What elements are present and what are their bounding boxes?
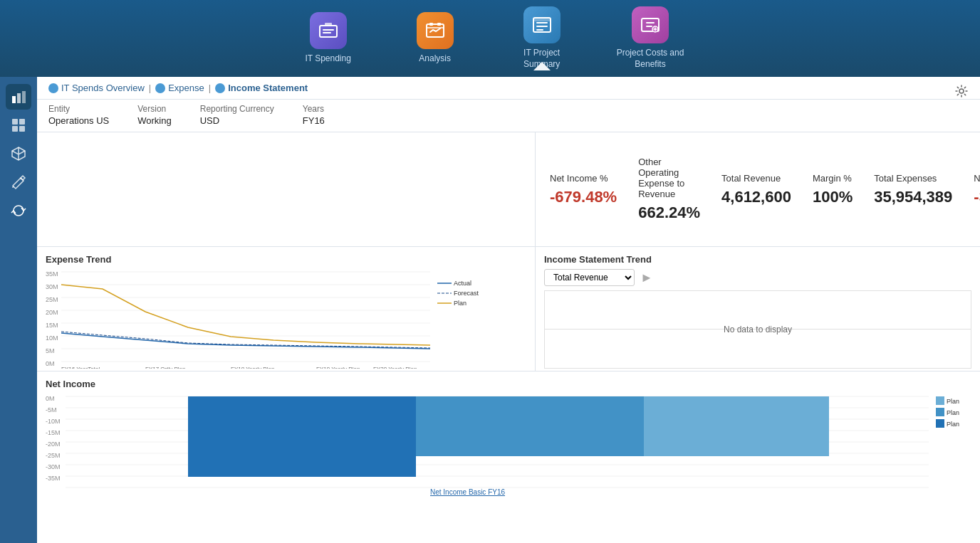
kpi-metrics: Net Income % -679.48% Other Operating Ex… [536, 132, 980, 246]
expense-trend-title: Expense Trend [46, 254, 526, 265]
svg-text:5M: 5M [46, 347, 55, 354]
filter-years-label: Years [303, 104, 325, 114]
trend-dropdown[interactable]: Total Revenue [544, 269, 635, 286]
kpi-total-revenue: Total Revenue 4,612,600 [721, 173, 791, 206]
kpi-bar: Net Income % -679.48% Other Operating Ex… [37, 132, 980, 247]
sidebar-icon-grid[interactable] [6, 112, 31, 138]
svg-text:Plan: Plan [947, 398, 959, 405]
svg-text:0M: 0M [46, 360, 55, 367]
svg-text:-5M: -5M [46, 406, 57, 413]
svg-text:35M: 35M [46, 270, 58, 278]
sidebar-icon-box[interactable] [6, 141, 31, 167]
breadcrumb-label-expense: Expense [168, 83, 204, 93]
nav-item-it-spending[interactable]: IT Spending [296, 12, 360, 65]
breadcrumb-separator-2: | [209, 83, 211, 93]
income-statement-trend-chart: Income Statement Trend Total Revenue ► N… [536, 247, 980, 371]
svg-text:FY20 Yearly Plan: FY20 Yearly Plan [373, 366, 417, 369]
content-panel: IT Spends Overview | Expense | Income St… [37, 77, 980, 543]
svg-rect-14 [12, 126, 18, 132]
svg-text:-20M: -20M [46, 441, 61, 448]
nav-icon-analysis [417, 12, 454, 49]
no-data-message: No data to display [724, 325, 792, 334]
kpi-other-op-expense-value: 662.24% [638, 204, 700, 222]
svg-text:10M: 10M [46, 334, 58, 342]
nav-item-it-project-summary[interactable]: IT ProjectSummary [510, 6, 574, 70]
net-income-bar-3 [644, 396, 829, 456]
kpi-net-income-pct-value: -679.48% [550, 188, 617, 206]
svg-text:15M: 15M [46, 322, 58, 329]
breadcrumb-income-statement[interactable]: Income Statement [215, 83, 308, 93]
filter-reporting-currency: Reporting Currency USD [200, 104, 274, 126]
kpi-net-income-basic-value: -31,341,789 [974, 188, 980, 206]
main-area: IT Spends Overview | Expense | Income St… [0, 77, 980, 543]
kpi-total-expenses-value: 35,954,389 [874, 188, 952, 206]
svg-text:Plan: Plan [947, 421, 959, 428]
net-income-bar-2 [416, 396, 644, 456]
filter-entity-label: Entity [48, 104, 109, 114]
nav-label-project-costs: Project Costs andBenefits [617, 48, 684, 70]
kpi-total-expenses: Total Expenses 35,954,389 [874, 173, 952, 206]
svg-text:Forecast: Forecast [454, 290, 479, 297]
filter-years: Years FY16 [303, 104, 325, 126]
kpi-net-income-basic-label: Net Income Basic [974, 173, 980, 184]
breadcrumb-icon-3 [215, 83, 225, 93]
filter-version-value: Working [137, 115, 171, 126]
svg-rect-9 [12, 96, 16, 103]
dropdown-container: Total Revenue ► [544, 269, 971, 286]
filter-version-label: Version [137, 104, 171, 114]
kpi-margin-pct-value: 100% [813, 188, 853, 206]
kpi-chart-area [37, 132, 536, 246]
svg-rect-1 [325, 23, 332, 26]
top-navigation: IT Spending Analysis IT ProjectSummary [0, 0, 980, 77]
filter-currency-value: USD [200, 115, 219, 126]
svg-text:-25M: -25M [46, 452, 61, 459]
svg-point-16 [959, 89, 964, 93]
nav-label-analysis: Analysis [419, 53, 451, 65]
svg-rect-0 [320, 26, 337, 37]
svg-text:FY16 YearTotal: FY16 YearTotal [61, 366, 100, 369]
svg-rect-69 [936, 419, 944, 428]
kpi-total-expenses-label: Total Expenses [874, 173, 952, 184]
sidebar-icon-refresh[interactable] [6, 198, 31, 223]
breadcrumb-icon-2 [155, 83, 165, 93]
nav-item-analysis[interactable]: Analysis [403, 12, 467, 65]
breadcrumb-it-spends-overview[interactable]: IT Spends Overview [48, 83, 145, 93]
nav-item-project-costs[interactable]: Project Costs andBenefits [617, 6, 684, 70]
breadcrumb-label-income-statement: Income Statement [228, 83, 308, 93]
svg-text:-30M: -30M [46, 463, 61, 470]
active-indicator [533, 62, 551, 70]
nav-label-it-spending: IT Spending [305, 53, 351, 65]
sidebar-icon-chart[interactable] [6, 84, 31, 110]
kpi-other-op-expense-label: Other Operating Expense to Revenue [638, 157, 700, 199]
filter-bar: Entity Operations US Version Working Rep… [37, 100, 980, 132]
svg-text:FY18 Yearly Plan: FY18 Yearly Plan [231, 366, 274, 369]
svg-text:-15M: -15M [46, 429, 61, 436]
nav-icon-project-summary [523, 6, 561, 43]
kpi-other-op-expense: Other Operating Expense to Revenue 662.2… [638, 157, 700, 222]
svg-text:FY19 Yearly Plan: FY19 Yearly Plan [316, 366, 360, 369]
breadcrumb-separator-1: | [149, 83, 151, 93]
nav-icon-project-costs [632, 6, 669, 43]
breadcrumb-expense[interactable]: Expense [155, 83, 204, 93]
svg-rect-4 [437, 23, 441, 26]
svg-rect-65 [936, 396, 944, 405]
kpi-margin-pct-label: Margin % [813, 173, 853, 184]
trend-arrow-right[interactable]: ► [640, 270, 653, 285]
svg-text:25M: 25M [46, 296, 58, 303]
net-income-svg: 0M -5M -10M -15M -20M -25M -30M -35M [46, 394, 964, 497]
svg-rect-6 [533, 18, 551, 21]
breadcrumb-icon-1 [48, 83, 58, 93]
filter-version: Version Working [137, 104, 171, 126]
breadcrumb: IT Spends Overview | Expense | Income St… [37, 77, 980, 100]
kpi-net-income-pct: Net Income % -679.48% [550, 173, 617, 206]
svg-text:-35M: -35M [46, 475, 61, 482]
sidebar-icon-pencil[interactable] [6, 169, 31, 195]
net-income-title: Net Income [46, 379, 971, 389]
kpi-net-income-pct-label: Net Income % [550, 173, 617, 184]
settings-button[interactable] [952, 81, 971, 101]
svg-text:Plan: Plan [947, 409, 959, 416]
svg-text:FY17 Qrtly Plan: FY17 Qrtly Plan [145, 366, 185, 369]
svg-rect-10 [17, 93, 21, 103]
breadcrumb-label-it-spends: IT Spends Overview [61, 83, 145, 93]
income-statement-trend-title: Income Statement Trend [544, 254, 971, 265]
